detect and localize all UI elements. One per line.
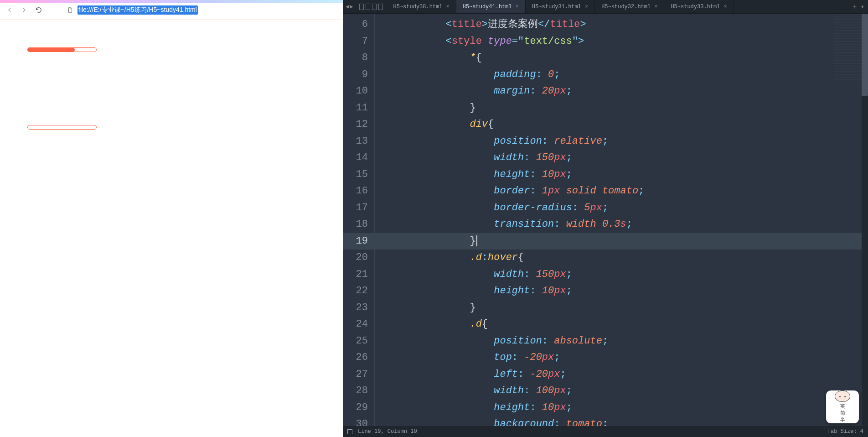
- line-number[interactable]: 26: [343, 349, 374, 366]
- code-line[interactable]: padding: 0;: [375, 67, 868, 83]
- code-line[interactable]: border: 1px solid tomato;: [375, 183, 868, 200]
- code-token: border: [494, 185, 530, 197]
- line-number[interactable]: 20: [343, 250, 374, 266]
- line-number[interactable]: 29: [343, 400, 374, 416]
- code-area[interactable]: <title>进度条案例</title> <style type="text/c…: [375, 14, 868, 426]
- reload-button[interactable]: [34, 5, 44, 15]
- progress-bar-1[interactable]: [27, 47, 97, 52]
- line-number[interactable]: 19: [343, 233, 374, 250]
- code-line[interactable]: height: 10px;: [375, 283, 868, 300]
- code-line[interactable]: }: [375, 100, 868, 117]
- code-token: [560, 418, 566, 426]
- close-icon[interactable]: ×: [585, 4, 588, 10]
- code-token: ;: [602, 418, 608, 426]
- new-tab-button[interactable]: ＋: [852, 3, 858, 11]
- editor-tab[interactable]: H5~study41.html×: [456, 0, 526, 13]
- line-number[interactable]: 7: [343, 33, 374, 50]
- code-line[interactable]: position: absolute;: [375, 333, 868, 350]
- vertical-scrollbar[interactable]: [862, 14, 868, 426]
- address-bar[interactable]: file:///E:/专业课~/H5练习/H5~study41.html: [78, 5, 198, 15]
- line-number[interactable]: 30: [343, 416, 374, 426]
- line-number[interactable]: 22: [343, 283, 374, 300]
- code-line[interactable]: .d:hover{: [375, 250, 868, 266]
- code-line[interactable]: background: tomato;: [375, 416, 868, 426]
- line-number[interactable]: 13: [343, 133, 374, 150]
- reload-icon: [35, 6, 42, 14]
- code-token: height: [494, 285, 530, 297]
- line-number[interactable]: 17: [343, 200, 374, 217]
- close-icon[interactable]: ×: [446, 4, 450, 10]
- code-line[interactable]: }: [375, 233, 868, 250]
- arrow-left-icon: [6, 6, 13, 14]
- back-button[interactable]: [5, 5, 15, 15]
- code-line[interactable]: margin: 20px;: [375, 83, 868, 100]
- line-number[interactable]: 9: [343, 67, 374, 83]
- line-number[interactable]: 24: [343, 316, 374, 333]
- line-number[interactable]: 28: [343, 383, 374, 400]
- code-token: ": [572, 36, 578, 47]
- line-number[interactable]: 23: [343, 300, 374, 317]
- editor-body: { } 678910111213141516171819202122232425…: [343, 14, 868, 426]
- line-number[interactable]: 8: [343, 50, 374, 67]
- layout-icon[interactable]: [359, 4, 364, 10]
- code-token: [536, 402, 542, 413]
- code-line[interactable]: <title>进度条案例</title>: [375, 16, 868, 33]
- code-token: 10: [542, 169, 554, 180]
- code-token: [536, 169, 542, 180]
- code-line[interactable]: left: -20px;: [375, 366, 868, 383]
- editor-tab[interactable]: H5~study32.html×: [595, 0, 664, 13]
- code-token: :: [512, 352, 518, 363]
- code-token: px: [554, 285, 566, 297]
- code-line[interactable]: width: 150px;: [375, 150, 868, 166]
- line-number[interactable]: 21: [343, 266, 374, 283]
- layout-icon[interactable]: [378, 4, 383, 10]
- editor-tab[interactable]: H5~study31.html×: [526, 0, 595, 13]
- code-token: ;: [602, 335, 608, 347]
- line-number[interactable]: 18: [343, 216, 374, 233]
- line-number[interactable]: 16: [343, 183, 374, 200]
- close-icon[interactable]: ×: [516, 4, 519, 10]
- status-cursor-position[interactable]: Line 19, Column 10: [358, 428, 417, 435]
- code-line[interactable]: position: relative;: [375, 133, 868, 150]
- line-number[interactable]: 12: [343, 116, 374, 133]
- code-line[interactable]: height: 10px;: [375, 166, 868, 183]
- code-token: title: [550, 19, 580, 30]
- code-token: [548, 135, 554, 147]
- line-number[interactable]: 11: [343, 100, 374, 117]
- code-line[interactable]: border-radius: 5px;: [375, 200, 868, 217]
- code-line[interactable]: *{: [375, 50, 868, 67]
- close-icon[interactable]: ×: [654, 4, 657, 10]
- editor-tab[interactable]: H5~study33.html×: [664, 0, 734, 13]
- avatar-sticker[interactable]: 英 简 半: [826, 390, 859, 423]
- line-number[interactable]: 14: [343, 150, 374, 166]
- line-number[interactable]: 27: [343, 366, 374, 383]
- scrollbar-thumb[interactable]: [862, 14, 868, 96]
- code-line[interactable]: width: 150px;: [375, 266, 868, 283]
- code-line[interactable]: width: 100px;: [375, 383, 868, 400]
- code-line[interactable]: <style type="text/css">: [375, 33, 868, 50]
- code-line[interactable]: top: -20px;: [375, 349, 868, 366]
- line-number[interactable]: 15: [343, 166, 374, 183]
- code-line[interactable]: .d{: [375, 316, 868, 333]
- code-token: height: [494, 402, 530, 413]
- code-line[interactable]: transition: width 0.3s;: [375, 216, 868, 233]
- layout-icon[interactable]: [366, 4, 370, 10]
- editor-tab[interactable]: H5~study38.html×: [387, 0, 456, 13]
- tab-label: H5~study33.html: [671, 4, 720, 10]
- code-line[interactable]: }: [375, 300, 868, 317]
- forward-button[interactable]: [19, 5, 29, 15]
- line-number[interactable]: 25: [343, 333, 374, 350]
- status-tab-size[interactable]: Tab Size: 4: [827, 428, 863, 435]
- tab-overflow-button[interactable]: ▾: [861, 3, 864, 10]
- close-icon[interactable]: ×: [723, 4, 727, 10]
- nav-next-icon[interactable]: ▶: [350, 3, 353, 10]
- status-indicator-icon[interactable]: [347, 429, 352, 434]
- code-line[interactable]: div{: [375, 116, 868, 133]
- nav-prev-icon[interactable]: ◀: [346, 3, 349, 10]
- line-number[interactable]: 6: [343, 16, 374, 33]
- code-line[interactable]: height: 10px;: [375, 400, 868, 416]
- progress-bar-2[interactable]: [27, 125, 97, 130]
- line-number[interactable]: 10: [343, 83, 374, 100]
- code-token: border-radius: [494, 202, 572, 213]
- layout-icon[interactable]: [372, 4, 377, 10]
